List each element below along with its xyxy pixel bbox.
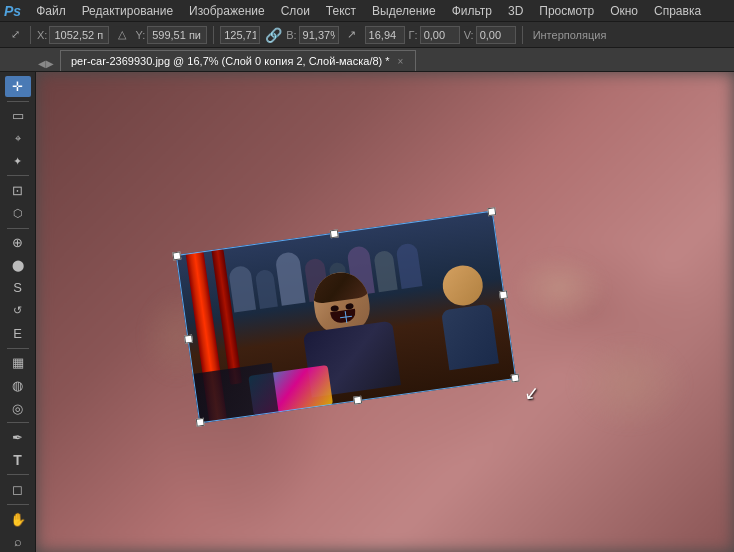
y-label: Y: bbox=[135, 29, 145, 41]
transform-icon[interactable]: ⤢ bbox=[6, 26, 24, 44]
tool-shape[interactable]: ◻ bbox=[5, 479, 31, 500]
divider-3 bbox=[522, 26, 523, 44]
menu-bar: Ps Файл Редактирование Изображение Слои … bbox=[0, 0, 734, 22]
h-field: Г: bbox=[409, 26, 460, 44]
tool-separator-5 bbox=[7, 422, 29, 423]
tool-dodge[interactable]: ◎ bbox=[5, 398, 31, 419]
y-input[interactable] bbox=[147, 26, 207, 44]
rotate-icon: ↗ bbox=[343, 26, 361, 44]
tool-magic-wand[interactable]: ✦ bbox=[5, 151, 31, 172]
tool-gradient[interactable]: ▦ bbox=[5, 352, 31, 373]
tool-healing[interactable]: ⊕ bbox=[5, 232, 31, 253]
tab-close-button[interactable]: × bbox=[396, 56, 406, 67]
handle-top-mid[interactable] bbox=[330, 229, 339, 238]
tool-separator-3 bbox=[7, 228, 29, 229]
tool-type[interactable]: T bbox=[5, 450, 31, 471]
tool-separator-6 bbox=[7, 474, 29, 475]
handle-mid-right[interactable] bbox=[499, 290, 508, 299]
scale-input[interactable] bbox=[220, 26, 260, 44]
tool-zoom[interactable]: ⌕ bbox=[5, 531, 31, 552]
tool-hand[interactable]: ✋ bbox=[5, 509, 31, 530]
handle-top-left[interactable] bbox=[172, 251, 181, 260]
tool-eraser[interactable]: E bbox=[5, 323, 31, 344]
menu-view[interactable]: Просмотр bbox=[532, 2, 601, 20]
ps-logo: Ps bbox=[4, 3, 21, 19]
tool-marquee-rect[interactable]: ▭ bbox=[5, 105, 31, 126]
tool-eyedropper[interactable]: ⬡ bbox=[5, 203, 31, 224]
v-input[interactable] bbox=[476, 26, 516, 44]
menu-edit[interactable]: Редактирование bbox=[75, 2, 180, 20]
tool-separator-1 bbox=[7, 101, 29, 102]
rotate-arrow-br[interactable]: ↙ bbox=[523, 381, 541, 405]
divider-1 bbox=[30, 26, 31, 44]
x-field: X: bbox=[37, 26, 109, 44]
y-field: Y: bbox=[135, 26, 207, 44]
tool-clone-stamp[interactable]: S bbox=[5, 278, 31, 299]
menu-image[interactable]: Изображение bbox=[182, 2, 272, 20]
v-label: V: bbox=[464, 29, 474, 41]
tab-scroll-arrows[interactable]: ◀▶ bbox=[36, 56, 56, 71]
menu-help[interactable]: Справка bbox=[647, 2, 708, 20]
v-field: V: bbox=[464, 26, 516, 44]
tool-pen[interactable]: ✒ bbox=[5, 427, 31, 448]
handle-bottom-mid[interactable] bbox=[353, 396, 362, 405]
angle-input[interactable] bbox=[365, 26, 405, 44]
menu-filter[interactable]: Фильтр bbox=[445, 2, 499, 20]
tool-brush[interactable]: ⬤ bbox=[5, 255, 31, 276]
tool-lasso[interactable]: ⌖ bbox=[5, 128, 31, 149]
menu-file[interactable]: Файл bbox=[29, 2, 73, 20]
scale-field bbox=[220, 26, 260, 44]
angle-field bbox=[365, 26, 405, 44]
menu-text[interactable]: Текст bbox=[319, 2, 363, 20]
tool-history-brush[interactable]: ↺ bbox=[5, 300, 31, 321]
w-input[interactable] bbox=[299, 26, 339, 44]
x-input[interactable] bbox=[49, 26, 109, 44]
x-label: X: bbox=[37, 29, 47, 41]
canvas-area: ↙ bbox=[36, 72, 734, 552]
h-label: Г: bbox=[409, 29, 418, 41]
handle-bottom-right[interactable] bbox=[511, 374, 520, 383]
transform-center bbox=[339, 310, 353, 324]
chain-link-icon[interactable]: 🔗 bbox=[264, 26, 282, 44]
tool-separator-7 bbox=[7, 504, 29, 505]
menu-layers[interactable]: Слои bbox=[274, 2, 317, 20]
tab-filename: per-car-2369930.jpg @ 16,7% (Слой 0 копи… bbox=[71, 55, 390, 67]
interpolation-label: Интерполяция bbox=[533, 29, 607, 41]
menu-select[interactable]: Выделение bbox=[365, 2, 443, 20]
tool-blur[interactable]: ◍ bbox=[5, 375, 31, 396]
tool-move[interactable]: ✛ bbox=[5, 76, 31, 97]
menu-3d[interactable]: 3D bbox=[501, 2, 530, 20]
tool-crop[interactable]: ⊡ bbox=[5, 180, 31, 201]
menu-window[interactable]: Окно bbox=[603, 2, 645, 20]
h-input[interactable] bbox=[420, 26, 460, 44]
document-tab[interactable]: per-car-2369930.jpg @ 16,7% (Слой 0 копи… bbox=[60, 50, 416, 71]
main-area: ✛ ▭ ⌖ ✦ ⊡ ⬡ ⊕ ⬤ S ↺ E ▦ ◍ ◎ ✒ T ◻ ✋ ⌕ bbox=[0, 72, 734, 552]
tab-bar: ◀▶ per-car-2369930.jpg @ 16,7% (Слой 0 к… bbox=[0, 48, 734, 72]
w-field: В: bbox=[286, 26, 338, 44]
delta-icon: △ bbox=[113, 26, 131, 44]
handle-top-right[interactable] bbox=[487, 207, 496, 216]
tool-separator-2 bbox=[7, 175, 29, 176]
options-bar: ⤢ X: △ Y: 🔗 В: ↗ Г: V: Интерполяция bbox=[0, 22, 734, 48]
handle-bottom-left[interactable] bbox=[196, 418, 205, 427]
tool-separator-4 bbox=[7, 348, 29, 349]
handle-mid-left[interactable] bbox=[184, 335, 193, 344]
divider-2 bbox=[213, 26, 214, 44]
w-label: В: bbox=[286, 29, 296, 41]
toolbar: ✛ ▭ ⌖ ✦ ⊡ ⬡ ⊕ ⬤ S ↺ E ▦ ◍ ◎ ✒ T ◻ ✋ ⌕ bbox=[0, 72, 36, 552]
